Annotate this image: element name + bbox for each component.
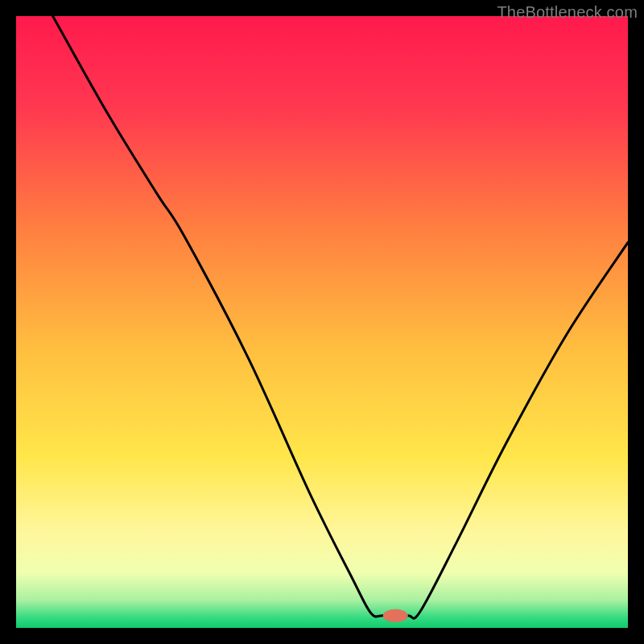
bottleneck-chart	[16, 16, 628, 628]
watermark-label: TheBottleneck.com	[497, 3, 638, 22]
gradient-bg	[16, 16, 628, 628]
chart-frame: { "watermark": "TheBottleneck.com", "col…	[0, 0, 644, 644]
optimal-marker	[383, 609, 407, 621]
